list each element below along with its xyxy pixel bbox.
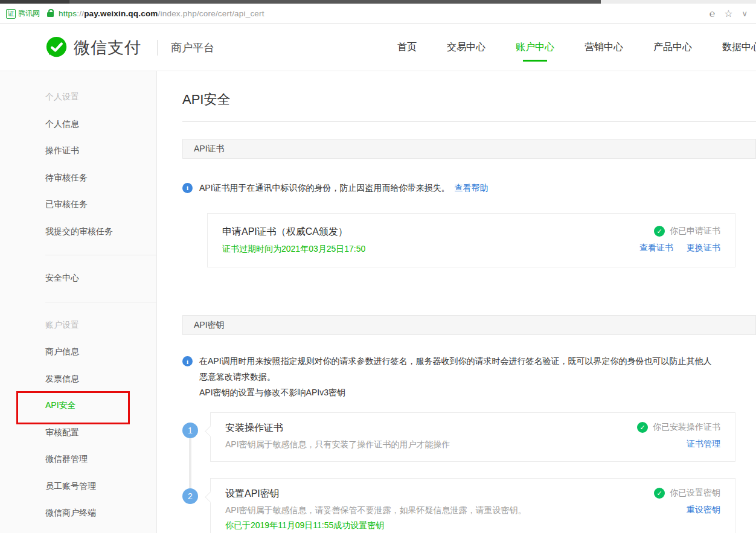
nav-data-center[interactable]: 数据中心 — [722, 24, 756, 71]
site-header: 微信支付 商户平台 首页 交易中心 账户中心 营销中心 产品中心 数据中心 — [0, 24, 756, 71]
sidebar-divider — [45, 255, 157, 255]
sidebar-item-wechat-merchant-terminal[interactable]: 微信商户终端 — [45, 500, 156, 527]
nav-marketing-center[interactable]: 营销中心 — [585, 24, 623, 71]
site-name-label: 腾讯网 — [18, 8, 40, 19]
titlebar-right — [601, 0, 756, 4]
nav-home[interactable]: 首页 — [397, 24, 417, 71]
header-divider — [157, 40, 158, 56]
view-cert-link[interactable]: 查看证书 — [639, 243, 673, 254]
logo-text: 微信支付 — [74, 37, 141, 59]
page-body: 个人设置 个人信息 操作证书 待审核任务 已审核任务 我提交的审核任务 安全中心… — [0, 71, 756, 533]
site-verification-badge: 证 — [6, 9, 16, 19]
url-host: pay.weixin.qq.com — [84, 9, 158, 18]
sidebar-divider — [45, 302, 157, 302]
step-2-number-badge: 2 — [182, 488, 198, 504]
sidebar-item-review-config[interactable]: 审核配置 — [45, 420, 156, 447]
step-1-number-badge: 1 — [182, 423, 198, 438]
cert-manage-link[interactable]: 证书管理 — [687, 439, 720, 450]
sidebar-item-merchant-info[interactable]: 商户信息 — [45, 339, 156, 366]
sidebar-item-personal-info[interactable]: 个人信息 — [45, 111, 156, 138]
cert-card-left: 申请API证书（权威CA颁发） 证书过期时间为2021年03月25日17:50 — [222, 226, 365, 255]
api-key-panel: API密钥 i 在API调用时用来按照指定规则对你的请求参数进行签名，服务器收到… — [182, 315, 756, 533]
cert-card: 申请API证书（权威CA颁发） 证书过期时间为2021年03月25日17:50 … — [207, 213, 735, 267]
nav-account-center[interactable]: 账户中心 — [516, 24, 554, 71]
sidebar-item-api-security[interactable]: API安全 — [45, 392, 156, 420]
page-title: API安全 — [182, 91, 756, 108]
check-icon: ✓ — [637, 422, 648, 433]
info-icon: i — [182, 183, 193, 193]
step-2-col: 2 — [182, 478, 210, 533]
sidebar-item-reviewed[interactable]: 已审核任务 — [45, 191, 156, 219]
sidebar-item-invoice-info[interactable]: 发票信息 — [45, 366, 156, 393]
step-1-left: 安装操作证书 API密钥属于敏感信息，只有安装了操作证书的用户才能操作 — [225, 422, 450, 450]
title-divider — [182, 121, 756, 122]
step-row-1: 1 安装操作证书 API密钥属于敏感信息，只有安装了操作证书的用户才能操作 ✓ … — [182, 412, 756, 462]
api-cert-panel-header: API证书 — [182, 139, 756, 159]
url-scheme: https — [59, 9, 77, 18]
step-1-card: 安装操作证书 API密钥属于敏感信息，只有安装了操作证书的用户才能操作 ✓ 你已… — [210, 412, 735, 462]
url-text[interactable]: https://pay.weixin.qq.com/index.php/core… — [59, 9, 264, 18]
main-content: API安全 API证书 i API证书用于在通讯中标识你的身份，防止因盗用而给你… — [157, 71, 756, 533]
sidebar-group-account-settings: 账户设置 — [45, 312, 156, 339]
steps-list: 1 安装操作证书 API密钥属于敏感信息，只有安装了操作证书的用户才能操作 ✓ … — [182, 412, 756, 533]
nav-product-center[interactable]: 产品中心 — [653, 24, 692, 71]
cert-expiry-text: 证书过期时间为2021年03月25日17:50 — [222, 244, 365, 255]
cert-card-status: ✓ 你已申请证书 查看证书 更换证书 — [639, 226, 720, 255]
sidebar-item-security-center[interactable]: 安全中心 — [45, 265, 156, 292]
reset-key-link[interactable]: 重设密钥 — [687, 505, 720, 515]
key-info-line2: API密钥的设置与修改不影响APIv3密钥 — [199, 385, 714, 400]
cert-card-title: 申请API证书（权威CA颁发） — [222, 226, 365, 238]
step-1-status-text: 你已安装操作证书 — [653, 422, 720, 433]
sidebar-item-wechat-group-mgmt[interactable]: 微信群管理 — [45, 446, 156, 473]
step-1-col: 1 — [182, 412, 210, 462]
step-2-title: 设置API密钥 — [225, 488, 527, 500]
step-2-status-text: 你已设置密钥 — [670, 488, 720, 499]
url-separator: :// — [77, 9, 84, 18]
sidebar: 个人设置 个人信息 操作证书 待审核任务 已审核任务 我提交的审核任务 安全中心… — [0, 71, 157, 533]
compatibility-mode-icon[interactable]: ℮ — [710, 9, 716, 19]
api-cert-panel: API证书 i API证书用于在通讯中标识你的身份，防止因盗用而给你带来损失。查… — [182, 139, 756, 286]
bookmark-star-icon[interactable]: ☆ — [724, 9, 732, 19]
key-info-line1: 在API调用时用来按照指定规则对你的请求参数进行签名，服务器收到你的请求时会进行… — [199, 353, 714, 385]
api-key-panel-body: i 在API调用时用来按照指定规则对你的请求参数进行签名，服务器收到你的请求时会… — [182, 353, 756, 533]
browser-address-bar: 证 腾讯网 https://pay.weixin.qq.com/index.ph… — [0, 4, 756, 24]
sidebar-group-personal-settings: 个人设置 — [45, 84, 156, 111]
info-icon: i — [182, 356, 193, 366]
api-cert-panel-body: i API证书用于在通讯中标识你的身份，防止因盗用而给你带来损失。查看帮助 申请… — [182, 182, 756, 286]
sidebar-item-staff-account-mgmt[interactable]: 员工账号管理 — [45, 473, 156, 500]
url-path: /index.php/core/cert/api_cert — [158, 9, 264, 18]
sidebar-item-my-submitted-review[interactable]: 我提交的审核任务 — [45, 219, 156, 246]
chevron-down-icon[interactable]: ∨ — [742, 10, 748, 18]
step-row-2: 2 设置API密钥 API密钥属于敏感信息，请妥善保管不要泄露，如果怀疑信息泄露… — [182, 478, 756, 533]
step-1-title: 安装操作证书 — [225, 422, 450, 435]
cert-info-row: i API证书用于在通讯中标识你的身份，防止因盗用而给你带来损失。查看帮助 — [182, 182, 756, 194]
step-1-status: ✓ 你已安装操作证书 证书管理 — [637, 422, 720, 450]
step-2-success-text: 你已于2019年11月09日11:55成功设置密钥 — [225, 520, 527, 531]
step-2-status: ✓ 你已设置密钥 重设密钥 — [654, 488, 720, 531]
view-help-link[interactable]: 查看帮助 — [455, 183, 489, 193]
step-2-card: 设置API密钥 API密钥属于敏感信息，请妥善保管不要泄露，如果怀疑信息泄露，请… — [210, 478, 735, 533]
api-key-panel-header: API密钥 — [182, 315, 756, 335]
cert-status-text: 你已申请证书 — [670, 226, 720, 237]
step-2-left: 设置API密钥 API密钥属于敏感信息，请妥善保管不要泄露，如果怀疑信息泄露，请… — [225, 488, 527, 531]
sidebar-item-operation-cert[interactable]: 操作证书 — [45, 138, 156, 165]
browser-tab[interactable] — [69, 0, 601, 4]
key-info-text: 在API调用时用来按照指定规则对你的请求参数进行签名，服务器收到你的请求时会进行… — [199, 353, 714, 400]
top-nav: 首页 交易中心 账户中心 营销中心 产品中心 数据中心 — [397, 24, 756, 71]
step-1-desc: API密钥属于敏感信息，只有安装了操作证书的用户才能操作 — [225, 439, 450, 450]
wechat-check-icon — [45, 36, 68, 59]
check-icon: ✓ — [654, 488, 665, 499]
check-icon: ✓ — [654, 226, 665, 237]
key-info-row: i 在API调用时用来按照指定规则对你的请求参数进行签名，服务器收到你的请求时会… — [182, 353, 756, 400]
portal-label: 商户平台 — [171, 40, 214, 55]
window-titlebar — [0, 0, 756, 4]
replace-cert-link[interactable]: 更换证书 — [687, 243, 720, 254]
nav-transaction-center[interactable]: 交易中心 — [447, 24, 485, 71]
ssl-lock-icon — [47, 12, 54, 17]
cert-info-text: API证书用于在通讯中标识你的身份，防止因盗用而给你带来损失。查看帮助 — [199, 182, 489, 194]
sidebar-item-pending-review[interactable]: 待审核任务 — [45, 165, 156, 192]
wechat-pay-logo[interactable]: 微信支付 — [45, 36, 141, 59]
step-2-desc: API密钥属于敏感信息，请妥善保管不要泄露，如果怀疑信息泄露，请重设密钥。 — [225, 505, 527, 516]
cert-info-sentence: API证书用于在通讯中标识你的身份，防止因盗用而给你带来损失。 — [199, 183, 450, 193]
